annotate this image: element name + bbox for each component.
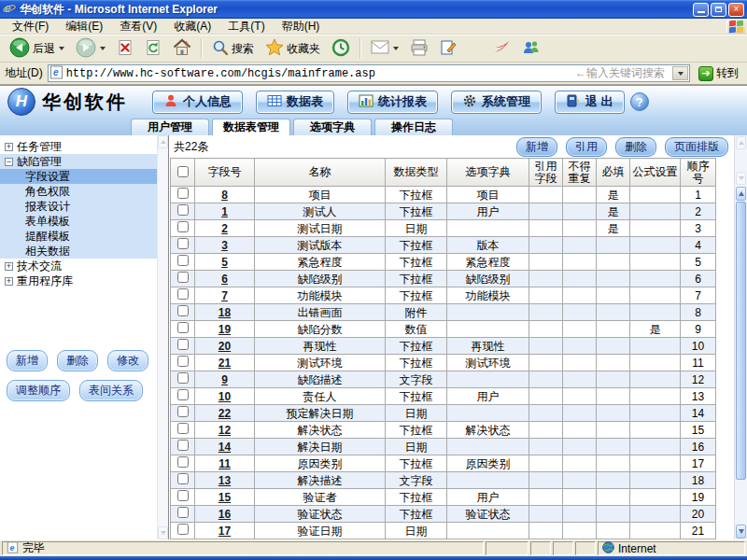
- field-number-link[interactable]: 22: [218, 407, 231, 420]
- row-checkbox[interactable]: [177, 456, 189, 468]
- refresh-button[interactable]: [139, 36, 167, 62]
- scroll-up-icon[interactable]: [736, 187, 746, 201]
- tree-item-字段设置[interactable]: 字段设置: [0, 169, 157, 184]
- field-number-link[interactable]: 17: [218, 525, 231, 538]
- history-button[interactable]: [326, 35, 356, 63]
- tree-node-技术交流[interactable]: +技术交流: [0, 259, 157, 273]
- field-number-link[interactable]: 20: [218, 340, 231, 353]
- edit-button[interactable]: [434, 36, 462, 62]
- row-checkbox[interactable]: [177, 238, 189, 249]
- row-checkbox[interactable]: [177, 356, 189, 367]
- field-number-link[interactable]: 6: [221, 273, 228, 286]
- row-checkbox[interactable]: [177, 188, 189, 199]
- row-checkbox[interactable]: [177, 221, 189, 232]
- tree-item-提醒模板[interactable]: 提醒模板: [0, 229, 157, 244]
- tree-item-相关数据[interactable]: 相关数据: [0, 244, 157, 259]
- realplayer-button[interactable]: [486, 36, 516, 62]
- scroll-up-icon[interactable]: [158, 135, 168, 148]
- select-all-checkbox[interactable]: [177, 166, 189, 177]
- nav-button-chart[interactable]: 统计报表: [347, 91, 438, 114]
- row-checkbox[interactable]: [177, 490, 189, 501]
- expand-icon[interactable]: +: [5, 277, 13, 286]
- field-number-link[interactable]: 16: [218, 508, 231, 521]
- sidebar-button-新增[interactable]: 新增: [7, 350, 48, 371]
- row-checkbox[interactable]: [177, 255, 189, 266]
- nav-button-exit[interactable]: 退 出: [555, 91, 625, 114]
- nav-button-table[interactable]: 数据表: [256, 91, 334, 114]
- tree-item-角色权限[interactable]: 角色权限: [0, 184, 157, 199]
- row-checkbox[interactable]: [177, 389, 189, 400]
- row-checkbox[interactable]: [177, 272, 189, 283]
- field-number-link[interactable]: 14: [218, 441, 231, 454]
- tree-node-任务管理[interactable]: +任务管理: [0, 139, 157, 154]
- row-checkbox[interactable]: [177, 305, 189, 316]
- menu-item[interactable]: 收藏(A): [165, 19, 219, 34]
- back-button[interactable]: 后退: [4, 35, 70, 63]
- field-number-link[interactable]: 11: [218, 457, 231, 470]
- tab-选项字典[interactable]: 选项字典: [293, 119, 372, 135]
- row-checkbox[interactable]: [177, 372, 189, 384]
- scroll-down-icon[interactable]: [736, 525, 746, 539]
- mail-button[interactable]: [365, 37, 404, 60]
- tab-操作日志[interactable]: 操作日志: [374, 119, 453, 135]
- sidebar-button-修改[interactable]: 修改: [107, 350, 148, 371]
- scrollbar-thumb[interactable]: [736, 202, 746, 480]
- row-checkbox[interactable]: [177, 423, 189, 434]
- menu-item[interactable]: 工具(T): [219, 19, 273, 34]
- tree-node-缺陷管理[interactable]: −缺陷管理: [0, 154, 157, 169]
- sidebar-button-表间关系[interactable]: 表间关系: [79, 380, 143, 401]
- field-number-link[interactable]: 13: [218, 474, 231, 487]
- row-checkbox[interactable]: [177, 507, 189, 518]
- action-button-删除[interactable]: 删除: [615, 137, 656, 157]
- go-button[interactable]: ➔ 转到: [695, 64, 742, 82]
- messenger-button[interactable]: [516, 36, 546, 62]
- stop-button[interactable]: [111, 36, 139, 62]
- scroll-down-icon[interactable]: [736, 172, 746, 185]
- field-number-link[interactable]: 2: [221, 222, 228, 235]
- row-checkbox[interactable]: [177, 322, 189, 333]
- field-number-link[interactable]: 12: [218, 424, 231, 437]
- tab-数据表管理[interactable]: 数据表管理: [212, 119, 290, 135]
- sidebar-scrollbar[interactable]: [157, 135, 168, 539]
- row-checkbox[interactable]: [177, 406, 189, 417]
- action-button-新增[interactable]: 新增: [516, 137, 557, 157]
- row-checkbox[interactable]: [177, 524, 189, 535]
- action-button-页面排版[interactable]: 页面排版: [665, 137, 728, 157]
- scroll-up-icon[interactable]: [736, 136, 746, 149]
- home-button[interactable]: [167, 35, 197, 62]
- field-number-link[interactable]: 9: [221, 373, 228, 386]
- expand-icon[interactable]: +: [5, 262, 13, 271]
- field-number-link[interactable]: 3: [221, 239, 228, 252]
- tab-用户管理[interactable]: 用户管理: [131, 119, 209, 135]
- row-checkbox[interactable]: [177, 204, 189, 216]
- row-checkbox[interactable]: [177, 339, 189, 350]
- tree-node-重用程序库[interactable]: +重用程序库: [0, 273, 157, 288]
- favorites-button[interactable]: 收藏夹: [260, 35, 326, 62]
- help-button[interactable]: ?: [630, 92, 649, 111]
- menu-item[interactable]: 编辑(E): [57, 19, 111, 34]
- collapse-icon[interactable]: −: [5, 158, 13, 166]
- table-scrollbar[interactable]: [734, 135, 747, 539]
- row-checkbox[interactable]: [177, 473, 189, 484]
- minimize-button[interactable]: [693, 3, 709, 17]
- action-button-引用[interactable]: 引用: [566, 137, 607, 157]
- nav-button-gear[interactable]: 系统管理: [451, 91, 542, 114]
- field-number-link[interactable]: 18: [218, 306, 231, 319]
- nav-button-person[interactable]: 个人信息: [152, 91, 243, 114]
- close-button[interactable]: ×: [728, 3, 744, 17]
- field-number-link[interactable]: 5: [221, 256, 228, 269]
- row-checkbox[interactable]: [177, 288, 189, 300]
- field-number-link[interactable]: 10: [218, 390, 231, 403]
- menu-item[interactable]: 查看(V): [111, 19, 165, 34]
- field-number-link[interactable]: 19: [218, 323, 231, 336]
- menu-item[interactable]: 文件(F): [4, 19, 57, 34]
- restore-button[interactable]: [711, 3, 726, 17]
- forward-button[interactable]: [70, 35, 111, 63]
- tree-item-表单模板[interactable]: 表单模板: [0, 214, 157, 229]
- field-number-link[interactable]: 8: [221, 189, 228, 202]
- field-number-link[interactable]: 7: [221, 289, 228, 302]
- sidebar-button-调整顺序[interactable]: 调整顺序: [7, 380, 70, 401]
- field-number-link[interactable]: 15: [218, 491, 231, 504]
- sidebar-button-删除[interactable]: 删除: [57, 350, 98, 371]
- menu-item[interactable]: 帮助(H): [274, 19, 329, 34]
